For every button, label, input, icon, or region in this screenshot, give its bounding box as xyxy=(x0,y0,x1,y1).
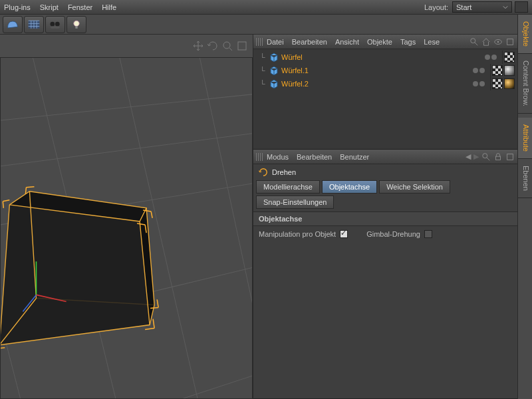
tool-title: Drehen xyxy=(272,168,296,176)
svg-rect-5 xyxy=(75,26,77,28)
svg-point-6 xyxy=(223,42,230,49)
section-title: Objektachse xyxy=(253,211,517,226)
objmgr-menu-edit[interactable]: Bearbeiten xyxy=(292,38,327,46)
tool-deformer-button[interactable] xyxy=(3,16,23,33)
material-tag-icon[interactable] xyxy=(504,78,515,89)
nav-back-icon[interactable]: ◀ xyxy=(466,152,471,161)
cube-icon xyxy=(269,53,279,62)
attr-menu-edit[interactable]: Bearbeiten xyxy=(297,153,332,161)
visibility-dots[interactable] xyxy=(485,55,497,60)
svg-point-4 xyxy=(74,21,79,26)
side-tab-content-browser[interactable]: Content Brow. xyxy=(518,54,532,114)
top-menubar: Plug-ins Skript Fenster Hilfe Layout: St… xyxy=(0,0,532,15)
visibility-dots[interactable] xyxy=(473,81,485,86)
manipulation-label: Manipulation pro Objekt xyxy=(259,230,336,238)
svg-point-27 xyxy=(497,41,499,43)
object-manager-panel: Datei Bearbeiten Ansicht Objekte Tags Le… xyxy=(253,35,517,150)
side-tab-attribute[interactable]: Attribute xyxy=(518,118,532,159)
svg-rect-31 xyxy=(507,154,513,160)
object-name[interactable]: Würfel.2 xyxy=(281,80,309,88)
side-tabstrip: Objekte Content Brow. Attribute Ebenen xyxy=(517,15,532,399)
panel-grip-icon[interactable] xyxy=(256,38,263,46)
object-name[interactable]: Würfel xyxy=(281,53,303,61)
maximize-icon[interactable] xyxy=(237,41,247,51)
tab-model-axis[interactable]: Modellierachse xyxy=(256,180,320,194)
svg-point-1 xyxy=(51,21,55,26)
phong-tag-icon[interactable] xyxy=(504,52,515,63)
tab-object-axis[interactable]: Objektachse xyxy=(322,180,377,194)
object-list: └ Würfel └ Würfel.1 xyxy=(253,49,517,149)
object-row[interactable]: └ Würfel.2 xyxy=(253,77,517,90)
tab-soft-selection[interactable]: Weiche Selektion xyxy=(379,180,450,194)
svg-point-2 xyxy=(55,21,60,26)
attribute-manager-panel: Modus Bearbeiten Benutzer ◀ ▶ Drehen Mod… xyxy=(253,150,517,399)
menu-window[interactable]: Fenster xyxy=(68,3,92,11)
layout-dropdown[interactable]: Start xyxy=(452,1,512,13)
tool-light-button[interactable] xyxy=(66,16,86,33)
objmgr-menu-view[interactable]: Ansicht xyxy=(335,38,359,46)
rotate-tool-icon xyxy=(259,168,268,177)
search-icon[interactable] xyxy=(469,37,479,47)
object-row[interactable]: └ Würfel.1 xyxy=(253,64,517,77)
tool-camera-button[interactable] xyxy=(45,16,65,33)
svg-marker-18 xyxy=(1,205,150,345)
top-toolbar xyxy=(0,15,532,35)
object-name[interactable]: Würfel.1 xyxy=(281,66,309,74)
visibility-dots[interactable] xyxy=(473,68,485,73)
gimbal-checkbox[interactable] xyxy=(424,230,432,238)
eye-icon[interactable] xyxy=(493,37,503,47)
svg-line-16 xyxy=(200,58,252,398)
svg-rect-28 xyxy=(507,39,513,45)
material-tag-icon[interactable] xyxy=(504,65,515,76)
phong-tag-icon[interactable] xyxy=(492,65,503,76)
layout-label: Layout: xyxy=(424,3,448,11)
svg-rect-30 xyxy=(496,156,501,160)
svg-line-8 xyxy=(1,84,252,124)
layout-config-button[interactable] xyxy=(515,1,528,13)
menu-script[interactable]: Skript xyxy=(40,3,59,11)
home-icon[interactable] xyxy=(481,37,491,47)
panel-menu-icon[interactable] xyxy=(505,152,515,162)
objmgr-menu-objects[interactable]: Objekte xyxy=(367,38,392,46)
attr-menu-user[interactable]: Benutzer xyxy=(340,153,369,161)
zoom-icon[interactable] xyxy=(222,41,233,51)
attr-menu-mode[interactable]: Modus xyxy=(267,153,289,161)
3d-viewport[interactable] xyxy=(0,57,253,399)
objmgr-menu-tags[interactable]: Tags xyxy=(400,38,416,46)
phong-tag-icon[interactable] xyxy=(492,78,503,89)
side-tab-objects[interactable]: Objekte xyxy=(518,15,532,54)
tool-floor-button[interactable] xyxy=(24,16,44,33)
lock-icon[interactable] xyxy=(493,152,503,162)
nav-forward-icon[interactable]: ▶ xyxy=(473,152,479,161)
menu-plugins[interactable]: Plug-ins xyxy=(4,3,31,11)
menu-help[interactable]: Hilfe xyxy=(102,3,116,11)
svg-line-12 xyxy=(1,345,252,398)
objmgr-menu-read[interactable]: Lese xyxy=(424,38,440,46)
manipulation-checkbox[interactable] xyxy=(340,230,348,238)
svg-rect-3 xyxy=(51,26,59,28)
search-icon[interactable] xyxy=(481,152,491,162)
panel-menu-icon[interactable] xyxy=(505,37,515,47)
cube-icon xyxy=(269,79,279,88)
object-row[interactable]: └ Würfel xyxy=(253,51,517,64)
svg-rect-7 xyxy=(238,42,246,50)
rotate-icon[interactable] xyxy=(207,41,218,51)
side-tab-layers[interactable]: Ebenen xyxy=(518,159,532,198)
panel-grip-icon[interactable] xyxy=(256,153,263,161)
tab-snap-settings[interactable]: Snap-Einstellungen xyxy=(256,196,334,209)
gimbal-label: Gimbal-Drehung xyxy=(366,230,420,238)
chevron-down-icon xyxy=(503,5,508,10)
objmgr-menu-file[interactable]: Datei xyxy=(267,38,284,46)
svg-line-9 xyxy=(1,121,252,171)
viewport-controls xyxy=(0,35,253,57)
move-icon[interactable] xyxy=(193,41,203,51)
cube-icon xyxy=(269,66,279,75)
svg-point-29 xyxy=(483,153,487,158)
svg-point-25 xyxy=(471,38,475,43)
